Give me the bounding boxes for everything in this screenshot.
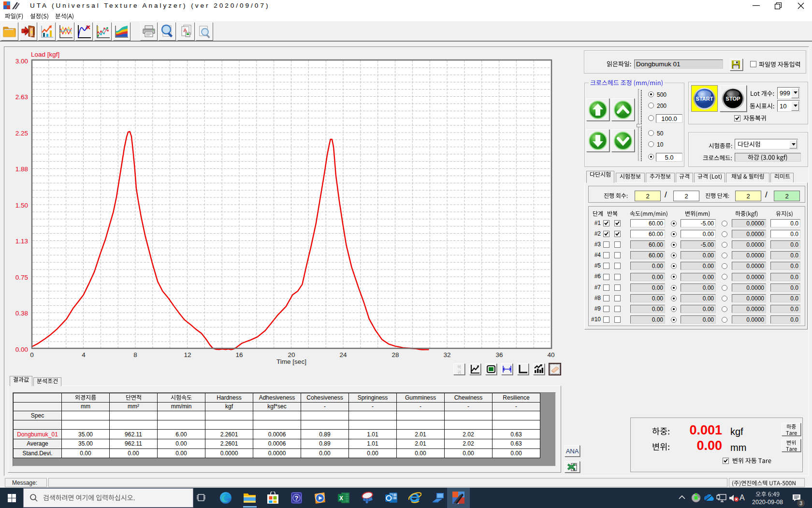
svg-text:a: a — [573, 467, 576, 472]
svg-text:X: X — [339, 495, 343, 502]
svg-text:START: START — [696, 96, 713, 102]
svg-text:?: ? — [295, 494, 299, 502]
